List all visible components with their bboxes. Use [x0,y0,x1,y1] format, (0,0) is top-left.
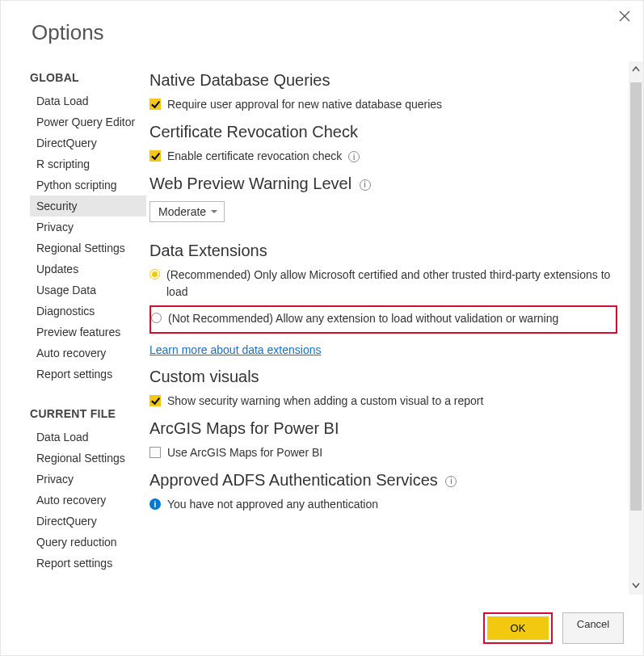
label-arcgis: Use ArcGIS Maps for Power BI [167,444,322,461]
section-native-db: Native Database Queries [149,71,617,90]
label-ext-not-recommended: (Not Recommended) Allow any extension to… [168,310,558,327]
page-title: Options [32,20,643,45]
info-icon[interactable]: i [360,179,371,191]
label-custom-visuals-warning: Show security warning when adding a cust… [167,393,483,410]
sidebar-item-python-scripting[interactable]: Python scripting [30,175,146,196]
sidebar-item-r-scripting[interactable]: R scripting [30,153,146,175]
scrollbar[interactable] [629,61,643,595]
sidebar-item-diagnostics[interactable]: Diagnostics [30,301,146,322]
sidebar-item-regional-settings[interactable]: Regional Settings [30,448,146,469]
cancel-button[interactable]: Cancel [562,612,624,644]
scroll-down-icon[interactable] [632,577,640,595]
sidebar-item-regional-settings[interactable]: Regional Settings [30,238,146,259]
checkbox-cert-revocation[interactable] [149,150,161,162]
sidebar-item-report-settings[interactable]: Report settings [30,553,146,574]
sidebar-item-directquery[interactable]: DirectQuery [30,132,146,153]
sidebar-item-auto-recovery[interactable]: Auto recovery [30,490,146,511]
radio-ext-recommended[interactable] [149,269,160,280]
sidebar: GLOBAL Data LoadPower Query EditorDirect… [1,61,146,595]
sidebar-item-privacy[interactable]: Privacy [30,217,146,238]
sidebar-item-updates[interactable]: Updates [30,259,146,280]
ok-button[interactable]: OK [487,616,549,640]
sidebar-item-privacy[interactable]: Privacy [30,469,146,490]
section-arcgis: ArcGIS Maps for Power BI [149,419,617,438]
sidebar-item-preview-features[interactable]: Preview features [30,322,146,343]
sidebar-item-data-load[interactable]: Data Load [30,90,146,111]
sidebar-item-report-settings[interactable]: Report settings [30,364,146,385]
dropdown-value: Moderate [158,205,206,218]
scroll-up-icon[interactable] [632,61,640,79]
label-cert-revocation: Enable certificate revocation check i [167,148,360,165]
sidebar-item-usage-data[interactable]: Usage Data [30,280,146,301]
sidebar-item-data-load[interactable]: Data Load [30,427,146,448]
checkbox-custom-visuals-warning[interactable] [149,395,161,406]
checkbox-require-approval[interactable] [149,99,161,110]
sidebar-item-power-query-editor[interactable]: Power Query Editor [30,111,146,132]
sidebar-item-auto-recovery[interactable]: Auto recovery [30,343,146,364]
scroll-thumb[interactable] [630,82,642,511]
label-require-approval: Require user approval for new native dat… [167,96,442,113]
sidebar-header-current-file: CURRENT FILE [30,407,146,420]
section-custom-visuals: Custom visuals [149,368,617,386]
info-icon[interactable]: i [348,151,360,162]
highlight-ext-not-recommended: (Not Recommended) Allow any extension to… [149,305,617,334]
section-cert-revocation: Certificate Revocation Check [149,123,617,141]
sidebar-item-security[interactable]: Security [30,196,146,217]
radio-ext-not-recommended[interactable] [151,313,162,323]
sidebar-header-global: GLOBAL [30,71,146,84]
link-learn-more-extensions[interactable]: Learn more about data extensions [149,343,321,356]
sidebar-item-query-reduction[interactable]: Query reduction [30,532,146,553]
section-web-preview: Web Preview Warning Level i [149,175,617,193]
info-solid-icon: i [149,498,161,510]
close-button[interactable] [619,11,632,23]
highlight-ok: OK [483,612,553,644]
info-icon[interactable]: i [445,476,457,487]
label-ext-recommended: (Recommended) Only allow Microsoft certi… [166,267,617,301]
dialog-footer: OK Cancel [483,612,624,644]
section-data-extensions: Data Extensions [149,242,617,260]
main-content: Native Database Queries Require user app… [149,61,643,595]
section-adfs: Approved ADFS Authentication Services i [149,471,617,490]
checkbox-arcgis[interactable] [149,447,161,458]
sidebar-item-directquery[interactable]: DirectQuery [30,511,146,532]
label-adfs-msg: You have not approved any authentication [167,496,378,513]
dropdown-web-preview-level[interactable]: Moderate [149,201,225,222]
